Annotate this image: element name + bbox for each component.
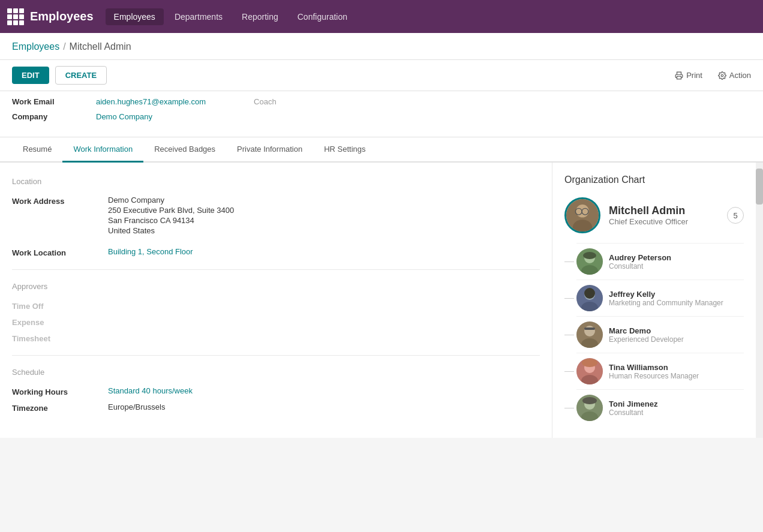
tab-work-information[interactable]: Work Information	[62, 137, 143, 163]
nav-employees[interactable]: Employees	[106, 8, 164, 25]
breadcrumb: Employees / Mitchell Admin	[12, 41, 751, 52]
grid-dot	[19, 14, 24, 19]
work-email-value[interactable]: aiden.hughes71@example.com	[96, 97, 206, 106]
company-row: Company Demo Company	[12, 112, 751, 121]
marc-avatar-svg	[576, 321, 603, 348]
scrollbar-thumb[interactable]	[756, 169, 763, 205]
nav-configuration[interactable]: Configuration	[289, 8, 356, 25]
form-section: Work Email aiden.hughes71@example.com Co…	[0, 91, 763, 137]
grid-dot	[13, 14, 18, 19]
navbar-brand[interactable]: Employees	[7, 8, 94, 25]
org-role-jeffrey: Marketing and Community Manager	[609, 299, 744, 307]
expense-label: Expense	[12, 317, 108, 327]
svg-point-15	[584, 288, 595, 299]
org-avatar-toni	[576, 395, 603, 421]
svg-point-1	[721, 74, 723, 77]
svg-point-11	[583, 252, 596, 259]
action-bar: EDIT CREATE Print Action	[0, 60, 763, 91]
main-content: Work Email aiden.hughes71@example.com Co…	[0, 91, 763, 438]
org-main-person[interactable]: Mitchell Admin Chief Executive Officer 5	[564, 197, 744, 233]
time-off-label: Time Off	[12, 300, 108, 311]
tab-received-badges[interactable]: Received Badges	[143, 137, 226, 163]
svg-point-23	[582, 359, 597, 367]
org-person-jeffrey[interactable]: Jeffrey Kelly Marketing and Community Ma…	[576, 279, 744, 316]
approvers-section-title: Approvers	[12, 282, 540, 291]
work-address-street: 250 Executive Park Blvd, Suite 3400	[108, 206, 234, 215]
work-email-row: Work Email aiden.hughes71@example.com Co…	[12, 97, 751, 106]
nav-reporting[interactable]: Reporting	[233, 8, 287, 25]
org-count-badge[interactable]: 5	[727, 207, 744, 224]
org-main-name: Mitchell Admin	[609, 205, 719, 217]
org-person-marc[interactable]: Marc Demo Experienced Developer	[576, 316, 744, 353]
org-role-marc: Experienced Developer	[609, 335, 744, 344]
grid-dot	[7, 20, 12, 25]
work-location-group: Work Location Building 1, Second Floor	[12, 247, 540, 257]
work-address-row: Work Address Demo Company 250 Executive …	[12, 196, 540, 235]
org-name-audrey: Audrey Peterson	[609, 253, 744, 262]
timesheet-label: Timesheet	[12, 333, 108, 343]
breadcrumb-employees-link[interactable]: Employees	[12, 41, 59, 52]
svg-rect-19	[584, 327, 595, 330]
timezone-row: Timezone Europe/Brussels	[12, 402, 540, 413]
org-name-tina: Tina Williamson	[609, 363, 744, 372]
svg-point-17	[584, 326, 595, 336]
tab-hr-settings[interactable]: HR Settings	[313, 137, 376, 163]
org-person-audrey[interactable]: Audrey Peterson Consultant	[576, 243, 744, 279]
org-person-toni[interactable]: Toni Jimenez Consultant	[576, 389, 744, 426]
nav-departments[interactable]: Departments	[166, 8, 231, 25]
work-address-city: San Francisco CA 94134	[108, 216, 234, 225]
org-role-tina: Human Resources Manager	[609, 372, 744, 380]
print-link[interactable]: Print	[675, 71, 702, 80]
svg-point-27	[582, 397, 597, 404]
work-address-country: United States	[108, 226, 234, 235]
time-off-row: Time Off	[12, 300, 540, 311]
org-avatar-tina	[576, 358, 603, 384]
tab-private-information[interactable]: Private Information	[226, 137, 313, 163]
org-role-audrey: Consultant	[609, 262, 744, 270]
org-name-toni: Toni Jimenez	[609, 399, 744, 408]
org-role-toni: Consultant	[609, 408, 744, 417]
org-name-jeffrey: Jeffrey Kelly	[609, 290, 744, 299]
org-info-jeffrey: Jeffrey Kelly Marketing and Community Ma…	[609, 290, 744, 307]
scrollbar-track[interactable]	[756, 163, 763, 438]
location-section-title: Location	[12, 177, 540, 186]
tabs-bar: Resumé Work Information Received Badges …	[0, 137, 763, 163]
working-hours-row: Working Hours Standard 40 hours/week	[12, 386, 540, 396]
org-avatar-marc	[576, 321, 603, 348]
grid-icon	[7, 8, 24, 25]
grid-dot	[19, 20, 24, 25]
work-address-group: Work Address Demo Company 250 Executive …	[12, 196, 540, 235]
grid-dot	[7, 14, 12, 19]
breadcrumb-current: Mitchell Admin	[70, 41, 131, 52]
tab-content: Location Work Address Demo Company 250 E…	[0, 163, 763, 438]
grid-dot	[19, 8, 24, 13]
working-hours-label: Working Hours	[12, 386, 108, 396]
work-info-form: Location Work Address Demo Company 250 E…	[0, 163, 552, 438]
print-label: Print	[686, 71, 702, 80]
edit-button[interactable]: EDIT	[12, 67, 49, 84]
work-email-label: Work Email	[12, 97, 96, 106]
divider-1	[12, 269, 540, 270]
action-link[interactable]: Action	[718, 71, 751, 80]
work-location-label: Work Location	[12, 247, 108, 257]
org-info-tina: Tina Williamson Human Resources Manager	[609, 363, 744, 380]
work-address-value: Demo Company 250 Executive Park Blvd, Su…	[108, 196, 234, 235]
working-hours-value[interactable]: Standard 40 hours/week	[108, 386, 193, 395]
coach-label: Coach	[254, 97, 277, 106]
mitchell-avatar-svg	[566, 199, 599, 232]
company-value[interactable]: Demo Company	[96, 112, 152, 121]
org-person-tina[interactable]: Tina Williamson Human Resources Manager	[576, 353, 744, 389]
navbar-menu: Employees Departments Reporting Configur…	[106, 8, 356, 25]
org-chart-title: Organization Chart	[564, 175, 744, 185]
org-subordinates: Audrey Peterson Consultant	[576, 243, 744, 426]
svg-rect-0	[677, 76, 681, 79]
jeffrey-avatar-svg	[576, 285, 603, 311]
tab-resume[interactable]: Resumé	[12, 137, 62, 163]
org-info-marc: Marc Demo Experienced Developer	[609, 326, 744, 344]
timezone-value: Europe/Brussels	[108, 402, 165, 411]
work-location-value[interactable]: Building 1, Second Floor	[108, 247, 193, 256]
navbar: Employees Employees Departments Reportin…	[0, 0, 763, 33]
audrey-avatar-svg	[576, 248, 603, 275]
create-button[interactable]: CREATE	[55, 66, 107, 85]
work-address-company[interactable]: Demo Company	[108, 196, 234, 205]
